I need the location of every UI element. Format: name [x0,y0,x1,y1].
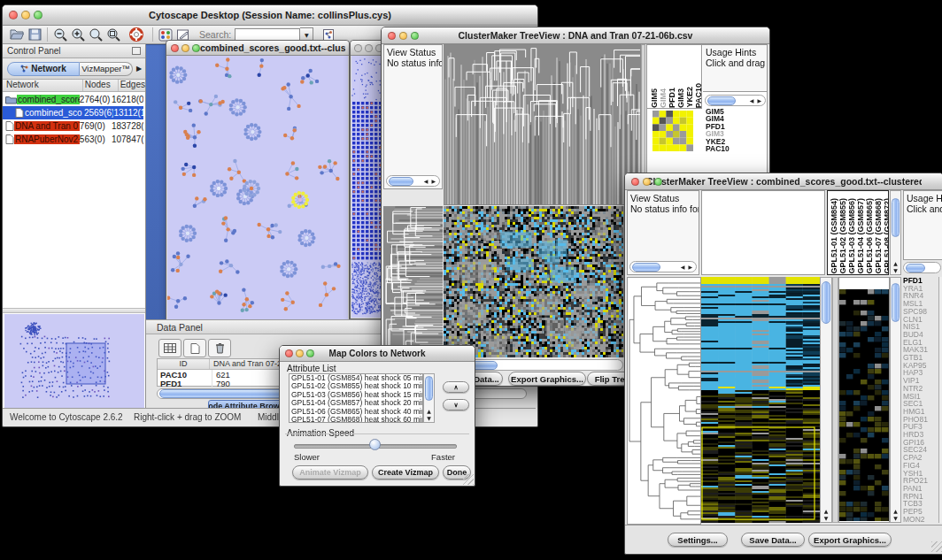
network-row-combined-sco[interactable]: combined_sco 2569(6) 13112(15) [3,106,143,119]
tv1-hints-hscrollbar[interactable]: ◀ ▶ [705,95,766,106]
scrollbar-thumb[interactable] [632,263,660,272]
zoom-in-icon[interactable] [69,27,87,42]
minimize-button[interactable] [399,32,407,40]
scrollbar-thumb[interactable] [707,96,736,105]
scroll-arrows-icon[interactable]: ▲▼ [821,508,831,522]
tv2-save-data-button[interactable]: Save Data... [741,533,805,547]
resize-grip[interactable] [931,541,942,552]
tv2-heatmap[interactable] [701,277,820,523]
tv2-labels-vscrollbar[interactable]: ▲▼ [890,190,901,275]
data-row-id[interactable]: PFD1 [158,379,212,387]
close-button[interactable] [285,349,293,357]
attribute-item[interactable]: GPL51-07 (GSM868) heat shock 60 min [291,416,422,423]
delete-attribute-icon[interactable] [208,339,231,357]
col-network[interactable]: Network [3,80,83,91]
data-row-id[interactable]: PAC10 [158,370,212,379]
scroll-arrows-icon[interactable]: ▲▼ [424,408,434,422]
tv2-heat-vscrollbar[interactable]: ▲▼ [820,277,832,523]
network-row-combined-scores[interactable]: combined_scores_goo 2764(0) 16218(0) [3,93,143,106]
close-button[interactable] [354,44,362,52]
close-button[interactable] [388,32,396,40]
network-canvas[interactable] [167,56,348,319]
network-overview-thumbnail[interactable] [4,314,144,408]
tv1-gene-dendrogram[interactable] [383,206,443,357]
network-row-rnapuber[interactable]: RNAPuberNov2+ 563(0) 107847(0) [3,133,143,146]
scrollbar-thumb[interactable] [389,177,413,186]
tv1-summary-labels[interactable]: GIM5GIM4PFD1GIM3YKE2PAC10 [706,108,730,152]
float-panel-icon[interactable] [132,47,141,55]
tv2-titlebar[interactable]: ClusterMaker TreeView : combined_scores_… [625,173,942,190]
attribute-list[interactable]: GPL51-01 (GSM854) heat shock 05 minGPL51… [289,373,423,423]
tv1-summary-heatmap[interactable] [652,111,693,151]
tab-vizmapper[interactable]: VizMapper™ [80,62,133,76]
tv2-hints-hscrollbar[interactable] [903,262,941,273]
dialog-titlebar[interactable]: Map Colors to Network [280,346,475,362]
tv2-array-tree-area[interactable] [701,190,825,275]
open-session-icon[interactable] [8,27,26,42]
move-up-button[interactable]: ∧ [443,381,469,393]
help-lifebuoy-icon[interactable] [127,27,145,42]
scroll-arrows-icon[interactable]: ◀ ▶ [424,178,439,184]
minimize-button[interactable] [365,44,373,52]
scrollbar-thumb[interactable] [425,376,433,401]
zoom-button[interactable] [192,44,200,52]
col-nodes[interactable]: Nodes [83,80,119,91]
data-row-value[interactable]: 790 [212,379,230,387]
tv2-gene-labels[interactable]: PFD1YRA1RNR4MSL1SPC98CLN1NIS1BUD4ELG1MAK… [903,277,938,523]
tv1-array-dendrogram[interactable] [444,44,641,205]
zoom-button[interactable] [306,349,314,357]
minimize-button[interactable] [296,349,304,357]
network-view-titlebar[interactable]: combined_scores_good.txt--cluste... [166,41,349,56]
save-session-icon[interactable] [26,27,43,42]
tv1-titlebar[interactable]: ClusterMaker TreeView : DNA and Tran 07-… [382,27,769,44]
scroll-arrows-icon[interactable]: ◀ ▶ [681,264,696,270]
scroll-arrows-icon[interactable]: ▲▼ [891,260,900,274]
minimize-button[interactable] [21,11,30,19]
new-attribute-icon[interactable] [183,339,206,357]
speed-slider-thumb[interactable] [369,439,381,450]
minimize-button[interactable] [181,44,189,52]
tv1-heatmap[interactable] [444,206,623,357]
tv2-gene-dendrogram[interactable] [627,277,701,525]
tab-overflow-arrow[interactable]: ▶ [136,65,142,73]
col-edges[interactable]: Edges [119,80,145,91]
close-button[interactable] [631,178,639,186]
tv2-export-graphics-button[interactable]: Export Graphics... [808,533,892,547]
zoom-button[interactable] [411,32,419,40]
scrollbar-thumb[interactable] [892,198,900,237]
create-vizmap-button[interactable]: Create Vizmap [372,465,439,479]
resize-grip[interactable] [463,474,474,485]
scroll-arrows-icon[interactable]: ▲▼ [891,508,900,522]
animate-vizmap-button[interactable]: Animate Vizmap [292,465,368,479]
tv1-export-graphics-button[interactable]: Export Graphics... [508,372,586,386]
move-down-button[interactable]: ∨ [443,399,469,410]
zoom-selected-icon[interactable] [87,27,104,42]
scroll-arrows-icon[interactable]: ◀ ▶ [750,97,765,104]
main-titlebar[interactable]: Cytoscape Desktop (Session Name: collins… [3,5,537,26]
tv2-status-hscrollbar[interactable]: ◀ ▶ [629,261,697,272]
overview-splitter[interactable] [3,308,145,313]
zoom-out-icon[interactable] [51,27,69,42]
table-view-icon[interactable] [158,339,181,357]
zoom-button[interactable] [654,178,662,186]
zoom-fit-icon[interactable] [104,27,122,42]
network-canvas-2[interactable] [351,56,384,318]
tv2-settings-button[interactable]: Settings... [668,533,728,547]
attribute-list-vscrollbar[interactable]: ▲▼ [423,373,435,423]
data-row-value[interactable]: 621 [212,370,230,379]
tv1-status-hscrollbar[interactable]: ◀ ▶ [386,175,440,187]
scrollbar-thumb[interactable] [892,283,900,322]
close-button[interactable] [171,44,179,52]
tv1-col-labels[interactable]: GIM5GIM4PFD1GIM3YKE2PAC10 [647,45,702,109]
tv2-sub-vscrollbar[interactable]: ▲▼ [890,277,901,523]
tab-network[interactable]: Network [7,62,80,76]
scrollbar-thumb[interactable] [906,264,925,272]
data-col-id[interactable]: ID [158,359,210,369]
network-row-dna-tran[interactable]: DNA and Tran 07 769(0) 183728(0) [3,119,143,133]
tv2-sub-heatmap[interactable] [839,289,889,521]
minimize-button[interactable] [643,178,651,186]
tv2-col-labels[interactable]: GPL51-01 (GSM854)GPL51-02 (GSM855)GPL51-… [827,190,889,275]
scrollbar-thumb[interactable] [822,281,830,324]
close-button[interactable] [9,11,18,19]
zoom-button[interactable] [34,11,42,19]
